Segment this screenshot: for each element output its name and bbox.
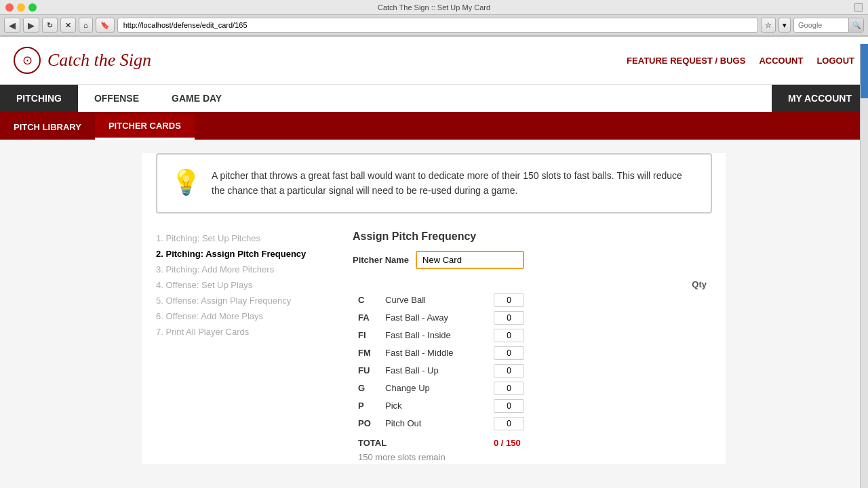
logo-icon: ⊙ [14, 47, 41, 74]
minimize-button[interactable] [17, 3, 25, 12]
forward-button[interactable]: ▶ [23, 18, 39, 33]
pitch-name: Curve Ball [380, 291, 488, 309]
maximize-button[interactable] [28, 3, 37, 12]
total-value: 0 / 150 [488, 432, 712, 450]
main-content: 1. Pitching: Set Up Pitches 2. Pitching:… [156, 230, 712, 464]
step-5: 5. Offense: Assign Play Frequency [156, 293, 332, 308]
step-3: 3. Pitching: Add More Pitchers [156, 262, 332, 277]
col-qty: Qty [488, 277, 712, 291]
pitch-qty-cell [488, 327, 712, 344]
back-button[interactable]: ◀ [4, 18, 20, 33]
sub-nav-pitch-library[interactable]: PITCH LIBRARY [0, 115, 95, 139]
search-wrap: 🔍 [793, 18, 864, 33]
pitch-code: FI [353, 327, 380, 344]
pitcher-name-row: Pitcher Name [353, 251, 712, 269]
url-bar-wrap: ☆ ▾ [117, 18, 791, 33]
pitch-code: G [353, 380, 380, 397]
qty-input[interactable] [494, 417, 524, 430]
bookmark-button[interactable]: 🔖 [96, 18, 115, 33]
scrollbar-thumb[interactable] [861, 44, 868, 98]
qty-input[interactable] [494, 364, 524, 378]
nav-item-gameday[interactable]: GAME DAY [155, 85, 238, 112]
pitch-qty-cell [488, 380, 712, 397]
form-title: Assign Pitch Frequency [353, 230, 712, 243]
pitch-name: Pick [380, 397, 488, 415]
account-link[interactable]: ACCOUNT [759, 56, 803, 66]
qty-input[interactable] [494, 311, 524, 325]
table-row: P Pick [353, 397, 712, 415]
table-row: C Curve Ball [353, 291, 712, 309]
pitch-name: Fast Ball - Middle [380, 344, 488, 362]
logo-area: ⊙ Catch the Sign [14, 47, 151, 74]
tip-icon: 💡 [171, 168, 201, 197]
table-row: FI Fast Ball - Inside [353, 327, 712, 344]
total-fraction: 0 / 150 [494, 438, 521, 448]
form-column: Assign Pitch Frequency Pitcher Name Qty [353, 230, 712, 464]
pitch-name: Fast Ball - Inside [380, 327, 488, 344]
reload-button[interactable]: ↻ [42, 18, 58, 33]
search-input[interactable] [794, 21, 848, 29]
main-nav: PITCHING OFFENSE GAME DAY MY ACCOUNT [0, 85, 868, 114]
qty-input[interactable] [494, 399, 524, 413]
stop-button[interactable]: ✕ [60, 18, 76, 33]
content-area: 💡 A pitcher that throws a great fast bal… [142, 153, 726, 464]
pitch-qty-cell [488, 362, 712, 380]
step-6: 6. Offense: Add More Plays [156, 308, 332, 324]
pitch-name: Fast Ball - Away [380, 309, 488, 327]
step-2: 2. Pitching: Assign Pitch Frequency [156, 246, 332, 262]
total-label: TOTAL [353, 432, 488, 450]
pitch-code: FM [353, 344, 380, 362]
qty-input[interactable] [494, 382, 524, 395]
search-button[interactable]: 🔍 [848, 18, 863, 33]
qty-input[interactable] [494, 293, 524, 307]
pitch-qty-cell [488, 344, 712, 362]
pitch-qty-cell [488, 415, 712, 432]
scrollbar[interactable] [860, 44, 868, 488]
qty-input[interactable] [494, 329, 524, 342]
pitch-code: PO [353, 415, 380, 432]
window-resize[interactable] [854, 3, 863, 12]
feature-request-link[interactable]: FEATURE REQUEST / BUGS [627, 56, 745, 66]
tip-box: 💡 A pitcher that throws a great fast bal… [156, 153, 712, 214]
col-name [380, 277, 488, 291]
slots-remain: 150 more slots remain [353, 450, 712, 464]
logout-link[interactable]: LOGOUT [816, 56, 854, 66]
sub-nav-pitcher-cards[interactable]: PITCHER CARDS [95, 114, 195, 140]
total-row: TOTAL 0 / 150 [353, 432, 712, 450]
pitch-name: Fast Ball - Up [380, 362, 488, 380]
page-wrapper: ⊙ Catch the Sign FEATURE REQUEST / BUGS … [0, 37, 868, 488]
title-bar: Catch The Sign :: Set Up My Card [0, 0, 868, 15]
qty-input[interactable] [494, 346, 524, 360]
nav-item-offense[interactable]: OFFENSE [78, 85, 155, 112]
step-7: 7. Print All Player Cards [156, 324, 332, 340]
browser-navbar: ◀ ▶ ↻ ✕ ⌂ 🔖 ☆ ▾ � [0, 15, 868, 36]
pitch-name: Pitch Out [380, 415, 488, 432]
nav-item-myaccount[interactable]: MY ACCOUNT [772, 85, 868, 112]
site-header: ⊙ Catch the Sign FEATURE REQUEST / BUGS … [0, 37, 868, 85]
url-dropdown-button[interactable]: ▾ [778, 18, 791, 33]
header-nav: FEATURE REQUEST / BUGS ACCOUNT LOGOUT [627, 56, 854, 66]
sub-nav: PITCH LIBRARY PITCHER CARDS [0, 114, 868, 140]
table-row: PO Pitch Out [353, 415, 712, 432]
steps-column: 1. Pitching: Set Up Pitches 2. Pitching:… [156, 230, 332, 464]
table-row: FA Fast Ball - Away [353, 309, 712, 327]
table-row: FM Fast Ball - Middle [353, 344, 712, 362]
pitch-qty-cell [488, 291, 712, 309]
pitch-code: P [353, 397, 380, 415]
pitch-code: FU [353, 362, 380, 380]
col-code [353, 277, 380, 291]
logo-text: Catch the Sign [47, 50, 151, 70]
nav-item-pitching[interactable]: PITCHING [0, 85, 78, 112]
pitch-name: Change Up [380, 380, 488, 397]
close-button[interactable] [5, 3, 14, 12]
home-button[interactable]: ⌂ [79, 18, 93, 33]
slots-remain-row: 150 more slots remain [353, 450, 712, 464]
pitcher-name-label: Pitcher Name [353, 255, 409, 265]
window-title: Catch The Sign :: Set Up My Card [378, 3, 490, 12]
pitch-table: Qty C Curve Ball FA Fast Ball - Away FI … [353, 277, 712, 464]
table-row: FU Fast Ball - Up [353, 362, 712, 380]
url-input[interactable] [117, 18, 758, 33]
favorite-button[interactable]: ☆ [761, 18, 776, 33]
pitcher-name-input[interactable] [416, 251, 524, 269]
pitch-code: FA [353, 309, 380, 327]
